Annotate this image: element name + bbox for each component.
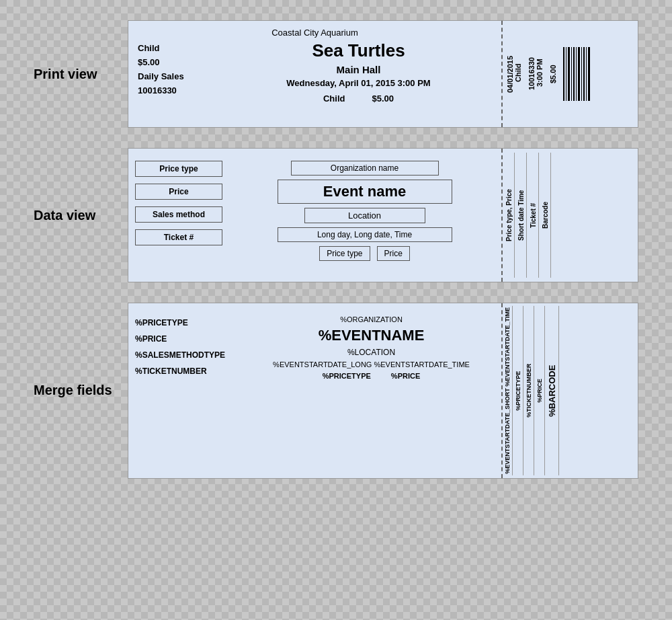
ticket-divider-dv (501, 149, 503, 282)
mv-bottom-price: %PRICE (391, 372, 420, 380)
mv-left-fields: %PRICETYPE %PRICE %SALESMETHODTYPE %TICK… (135, 310, 243, 471)
pv-bottom-pricetype: Child (323, 93, 345, 104)
mv-field-salesmethod: %SALESMETHODTYPE (135, 350, 243, 360)
merge-ticket-stub: %EVENTSTARTDATE_SHORT %EVENTSTARTDATE_TI… (501, 303, 638, 478)
dv-stub-ticketnum: Ticket # (528, 153, 539, 278)
pv-event-name: Sea Turtles (312, 40, 405, 61)
stub-time: 3:00 PM (536, 59, 544, 87)
svg-rect-0 (563, 47, 564, 101)
stub-date: 04/01/2015 (506, 55, 514, 92)
data-view-ticket: Price type Price Sales method Ticket # O… (128, 148, 638, 282)
data-view-section: Data view Price type Price Sales method … (34, 148, 638, 282)
dv-bottom-row: Price type Price (319, 246, 410, 261)
ticket-divider (501, 21, 503, 127)
svg-rect-2 (568, 47, 570, 101)
pv-org: Coastal City Aquarium (138, 28, 492, 38)
dv-center: Organization name Event name Location Lo… (235, 155, 495, 275)
print-view-label: Print view (34, 67, 128, 82)
data-view-label: Data view (34, 208, 128, 223)
mv-stub-barcode: %BARCODE (546, 306, 559, 475)
mv-field-price: %PRICE (135, 334, 243, 344)
svg-rect-3 (571, 47, 572, 101)
merge-fields-label: Merge fields (34, 383, 128, 398)
dv-org: Organization name (291, 161, 439, 176)
mv-stub-eventdate: %EVENTSTARTDATE_SHORT %EVENTSTARTDATE_TI… (503, 306, 513, 475)
print-ticket-stub: 04/01/2015 Child 10016330 3:00 PM $5.00 (501, 21, 638, 127)
svg-rect-9 (586, 47, 587, 101)
mv-field-pricetype: %PRICETYPE (135, 318, 243, 327)
stub-col-price: $5.00 (547, 25, 559, 123)
barcode-icon (563, 47, 590, 101)
pv-bottom-row: Child $5.00 (323, 93, 394, 104)
dv-stub-barcode: Barcode (540, 153, 551, 278)
mv-stub-pricetype: %PRICETYPE (513, 306, 523, 475)
merge-ticket-main: %PRICETYPE %PRICE %SALESMETHODTYPE %TICK… (128, 303, 501, 478)
dv-bottom-price: Price (377, 246, 410, 261)
mv-bottom-pricetype: %PRICETYPE (323, 372, 371, 380)
pv-pricetype: Child (138, 43, 218, 53)
mv-center: %ORGANIZATION %EVENTNAME %LOCATION %EVEN… (248, 310, 495, 471)
stub-child: Child (514, 63, 522, 82)
print-view-section: Print view Coastal City Aquarium Child $… (34, 20, 638, 128)
pv-center: Sea Turtles Main Hall Wednesday, April 0… (225, 40, 492, 104)
print-view-ticket: Coastal City Aquarium Child $5.00 Daily … (128, 20, 638, 128)
dv-field-ticketnum: Ticket # (135, 229, 222, 245)
pv-location: Main Hall (337, 64, 381, 75)
mv-date: %EVENTSTARTDATE_LONG %EVENTSTARTDATE_TIM… (273, 360, 470, 369)
data-ticket-stub: Price type, Price Short date Time Ticket… (501, 149, 638, 282)
mv-stub-price: %PRICE (535, 306, 545, 475)
svg-rect-1 (566, 47, 566, 101)
mv-bottom-row: %PRICETYPE %PRICE (323, 372, 421, 380)
svg-rect-6 (578, 47, 580, 101)
svg-rect-8 (583, 47, 585, 101)
dv-date: Long day, Long date, Time (278, 227, 452, 242)
pv-price: $5.00 (138, 57, 218, 67)
merge-fields-ticket: %PRICETYPE %PRICE %SALESMETHODTYPE %TICK… (128, 303, 638, 479)
svg-rect-4 (573, 47, 575, 101)
dv-field-price: Price (135, 184, 222, 200)
mv-field-ticketnum: %TICKETNUMBER (135, 366, 243, 376)
stub-barcode-area (560, 25, 593, 123)
mv-org: %ORGANIZATION (340, 315, 403, 323)
mv-stub-ticketnum: %TICKETNUMBER (524, 306, 534, 475)
dv-field-salesmethod: Sales method (135, 206, 222, 223)
pv-left: Child $5.00 Daily Sales 10016330 (138, 40, 218, 104)
stub-price: $5.00 (549, 65, 557, 83)
pv-date: Wednesday, April 01, 2015 3:00 PM (286, 78, 430, 88)
data-ticket-main: Price type Price Sales method Ticket # O… (128, 149, 501, 282)
mv-event-name: %EVENTNAME (319, 327, 425, 344)
mv-location: %LOCATION (347, 348, 395, 357)
dv-location: Location (304, 208, 425, 223)
print-ticket-main: Coastal City Aquarium Child $5.00 Daily … (128, 21, 501, 127)
dv-left-fields: Price type Price Sales method Ticket # (135, 155, 229, 275)
pv-main-area: Child $5.00 Daily Sales 10016330 Sea Tur… (138, 40, 492, 104)
dv-field-pricetype: Price type (135, 161, 222, 177)
dv-stub-shortdate: Short date Time (516, 153, 527, 278)
stub-col-date-pricetype: 04/01/2015 Child (504, 25, 524, 123)
svg-rect-7 (581, 47, 582, 101)
pv-bottom-price: $5.00 (372, 93, 394, 104)
svg-rect-10 (588, 47, 590, 101)
dv-bottom-pricetype: Price type (319, 246, 370, 261)
pv-ticket-num-left: 10016330 (138, 85, 218, 95)
stub-col-ticketnum-time: 10016330 3:00 PM (526, 25, 546, 123)
dv-event-name: Event name (278, 180, 452, 204)
merge-fields-section: Merge fields %PRICETYPE %PRICE %SALESMET… (34, 303, 638, 479)
svg-rect-5 (576, 47, 577, 101)
pv-sales-method: Daily Sales (138, 71, 218, 81)
dv-stub-pricetype-price: Price type, Price (504, 153, 515, 278)
stub-ticketnum: 10016330 (528, 58, 536, 91)
